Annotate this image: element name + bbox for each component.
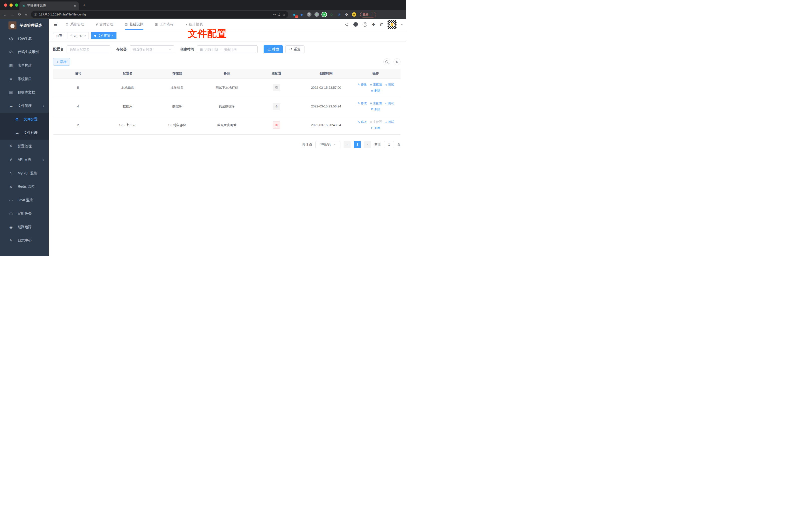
- sidebar-item-mysql-monitor[interactable]: ∿ MySQL 监控: [0, 167, 49, 180]
- sidebar-item-code-gen[interactable]: </> 代码生成: [0, 32, 49, 46]
- share-icon[interactable]: ↥: [278, 13, 280, 17]
- layers-icon: ≋: [8, 184, 13, 189]
- delete-link[interactable]: ⊟ 删除: [371, 89, 380, 93]
- top-nav-workflow[interactable]: ⊞ 工作流程: [155, 19, 174, 30]
- edit-link[interactable]: ✎ 修改: [358, 83, 367, 87]
- sidebar-item-java-monitor[interactable]: ▭ Java 监控: [0, 193, 49, 207]
- master-config-link[interactable]: ∪ 主配置: [370, 101, 382, 106]
- top-nav-infrastructure[interactable]: ⊡ 基础设施: [125, 19, 144, 30]
- master-config-link[interactable]: ∪ 主配置: [370, 83, 382, 87]
- forward-icon[interactable]: →: [10, 12, 14, 17]
- search-button[interactable]: 搜索: [264, 46, 283, 53]
- add-button[interactable]: + 新增: [53, 58, 70, 65]
- status-badge: 否: [273, 103, 280, 110]
- extension-icon-5[interactable]: y: [322, 12, 326, 17]
- font-size-icon[interactable]: tT: [380, 23, 383, 27]
- home-icon[interactable]: ⌂: [25, 12, 27, 17]
- extension-icon-6[interactable]: ✩: [329, 12, 334, 17]
- config-name-input[interactable]: [66, 46, 110, 53]
- close-window-button[interactable]: [4, 3, 7, 7]
- refresh-table-button[interactable]: ↻: [394, 58, 401, 65]
- sidebar-item-tracing[interactable]: ◉ 链路追踪: [0, 220, 49, 234]
- date-range-picker[interactable]: ▦ 开始日期 - 结束日期: [197, 46, 258, 53]
- address-bar[interactable]: ⓘ 127.0.0.1:1024/infra/file/file-config …: [31, 11, 288, 18]
- test-link[interactable]: < 测试: [385, 101, 394, 106]
- collapse-sidebar-icon[interactable]: ☰: [52, 22, 59, 27]
- test-link[interactable]: < 测试: [385, 83, 394, 87]
- show-search-toggle-button[interactable]: [383, 58, 390, 65]
- reload-icon[interactable]: ↻: [18, 12, 21, 17]
- edit-icon: ✎: [8, 144, 13, 149]
- delete-link[interactable]: ⊟ 删除: [371, 107, 380, 112]
- delete-link[interactable]: ⊟ 删除: [371, 126, 380, 130]
- file-management-submenu: ⚙ 文件配置 ☁ 文件列表: [0, 113, 49, 140]
- page-size-select[interactable]: 10条/页 ∨: [316, 141, 340, 148]
- browser-tab[interactable]: ❀ 芋道管理系统 ×: [20, 1, 79, 10]
- sidebar-item-system-api[interactable]: ≣ 系统接口: [0, 72, 49, 86]
- user-avatar[interactable]: [387, 20, 397, 29]
- start-date-placeholder[interactable]: 开始日期: [205, 47, 218, 52]
- edit-link[interactable]: ✎ 修改: [358, 101, 367, 106]
- extension-icon-2[interactable]: ◆: [299, 12, 304, 17]
- sidebar-item-code-demo[interactable]: ☑ 代码生成示例: [0, 46, 49, 59]
- caret-down-icon[interactable]: ▾: [401, 23, 403, 26]
- extension-icon-7[interactable]: ◎: [337, 12, 341, 17]
- sidebar-item-config-management[interactable]: ✎ 配置管理: [0, 140, 49, 153]
- monitor-icon: ▭: [8, 198, 13, 203]
- table-row: 5 本地磁盘 本地磁盘 测试下本地存储 否 2022-03-15 23:57:0…: [53, 78, 401, 97]
- sidebar-item-api-log[interactable]: ✐ API 日志 ∨: [0, 153, 49, 167]
- sidebar-item-file-config[interactable]: ⚙ 文件配置: [0, 113, 49, 126]
- help-icon[interactable]: ?: [362, 22, 367, 27]
- storage-select[interactable]: 请选择存储器 ∨: [130, 46, 174, 53]
- site-info-icon[interactable]: ⓘ: [34, 12, 37, 17]
- reset-button[interactable]: ↺ 重置: [285, 46, 304, 53]
- goto-label: 前往: [374, 142, 381, 147]
- page-1-button[interactable]: 1: [354, 141, 361, 148]
- close-icon[interactable]: ×: [84, 34, 86, 37]
- top-nav-system[interactable]: ⚙ 系统管理: [65, 19, 84, 30]
- edit-link[interactable]: ✎ 修改: [358, 120, 367, 124]
- test-link[interactable]: < 测试: [385, 120, 394, 124]
- extension-icon-4[interactable]: ●: [315, 12, 319, 17]
- search-icon[interactable]: [345, 23, 349, 26]
- next-page-button[interactable]: ›: [364, 141, 371, 148]
- close-icon[interactable]: ×: [112, 34, 113, 37]
- tag-file-config[interactable]: 文件配置 ×: [91, 32, 116, 39]
- extension-icon-3[interactable]: ⌘: [307, 12, 312, 17]
- browser-update-button[interactable]: 更新 ⋮: [360, 12, 376, 18]
- header-actions: ? ✥ tT ▾: [345, 20, 406, 29]
- github-icon[interactable]: [353, 22, 358, 27]
- fullscreen-icon[interactable]: ✥: [372, 22, 375, 27]
- browser-menu-dots-icon[interactable]: ⋮: [371, 13, 374, 17]
- sidebar-item-file-list[interactable]: ☁ 文件列表: [0, 126, 49, 140]
- sidebar-item-db-doc[interactable]: ▤ 数据库文档: [0, 86, 49, 99]
- col-id: 编号: [53, 69, 103, 78]
- sidebar-item-file-management[interactable]: ☁ 文件管理 ∧: [0, 99, 49, 113]
- tab-close-icon[interactable]: ×: [74, 4, 76, 8]
- sidebar-item-form-builder[interactable]: ▦ 表单构建: [0, 59, 49, 72]
- password-key-icon[interactable]: ⊶: [272, 13, 276, 17]
- profile-avatar-icon[interactable]: ☻: [352, 12, 356, 17]
- chevron-down-icon: ∨: [42, 158, 44, 161]
- tag-home[interactable]: 首页: [53, 32, 65, 39]
- back-icon[interactable]: ←: [3, 12, 7, 17]
- goto-page-input[interactable]: [384, 141, 394, 148]
- zoom-window-button[interactable]: [15, 3, 18, 7]
- bookmark-star-icon[interactable]: ☆: [282, 13, 285, 17]
- shield-check-icon: ☑: [8, 50, 13, 54]
- sidebar-item-log-center[interactable]: ✎ 日志中心: [0, 234, 49, 247]
- magnet-icon: ∪: [370, 120, 372, 124]
- extensions-puzzle-icon[interactable]: ❖: [344, 12, 349, 17]
- logo-avatar: [8, 22, 17, 29]
- extension-icon-1[interactable]: ◆ 11: [292, 12, 296, 17]
- tag-profile[interactable]: 个人中心 ×: [67, 32, 89, 39]
- end-date-placeholder[interactable]: 结束日期: [224, 47, 237, 52]
- minimize-window-button[interactable]: [9, 3, 13, 7]
- sidebar-item-redis-monitor[interactable]: ≋ Redis 监控: [0, 180, 49, 193]
- timer-icon: ◷: [8, 211, 13, 216]
- tags-view: 首页 个人中心 × 文件配置 ×: [49, 30, 406, 41]
- prev-page-button[interactable]: ‹: [344, 141, 351, 148]
- top-nav-payment[interactable]: ¥ 支付管理: [96, 19, 113, 30]
- sidebar-item-scheduled-jobs[interactable]: ◷ 定时任务: [0, 207, 49, 220]
- new-tab-button[interactable]: +: [83, 2, 86, 8]
